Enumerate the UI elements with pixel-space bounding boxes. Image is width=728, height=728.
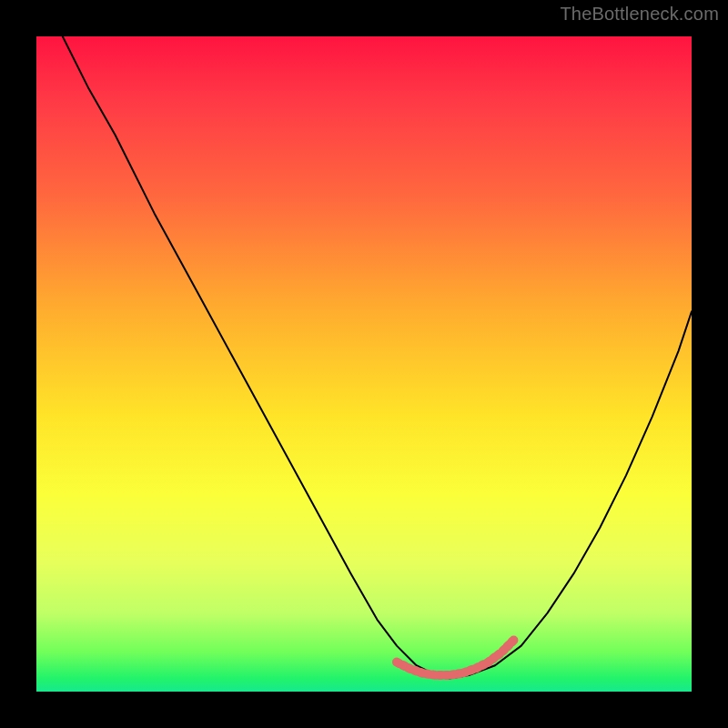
plot-area [36,36,692,692]
chart-svg [36,36,692,692]
series-black-curve [63,36,692,679]
watermark-text: TheBottleneck.com [560,4,719,25]
series-pink-flat-segment [397,639,515,675]
chart-frame: TheBottleneck.com [0,0,728,728]
